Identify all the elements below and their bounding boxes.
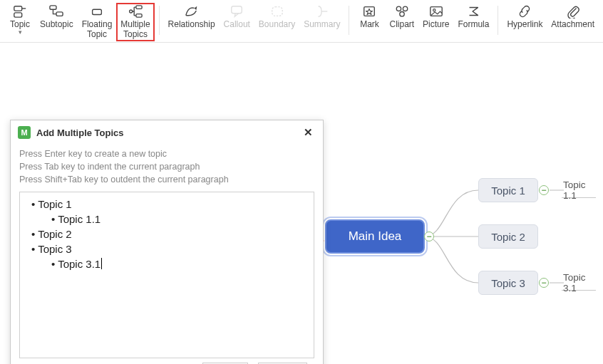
- mindmap-sub-node[interactable]: Topic 1.1: [562, 182, 596, 198]
- topics-editor[interactable]: Topic 1Topic 1.1Topic 2Topic 3Topic 3.1: [19, 192, 314, 358]
- expand-icon[interactable]: −: [539, 185, 549, 195]
- toolbar-label: Subtopic: [40, 20, 73, 30]
- expand-icon[interactable]: −: [424, 232, 434, 241]
- toolbar-separator: [498, 6, 498, 35]
- mindmap-main-node[interactable]: Main Idea: [325, 219, 425, 254]
- svg-point-17: [400, 11, 404, 16]
- toolbar-picture-button[interactable]: Picture: [418, 3, 453, 31]
- svg-rect-3: [50, 6, 56, 9]
- close-icon[interactable]: ✕: [301, 126, 316, 139]
- app-icon: M: [18, 126, 31, 139]
- toolbar-separator: [349, 6, 349, 35]
- toolbar-label: Boundary: [259, 20, 295, 30]
- hint-text: Press Enter key to create a new topic: [19, 149, 314, 159]
- toolbar-summary-button: Summary: [299, 3, 344, 31]
- canvas[interactable]: Main Idea − Topic 1−Topic 1.1Topic 2Topi…: [0, 43, 603, 364]
- toolbar-label: Attachment: [551, 20, 594, 30]
- svg-rect-13: [364, 7, 375, 16]
- svg-point-16: [403, 6, 407, 11]
- dialog-titlebar: M Add Multiple Topics ✕: [11, 120, 323, 145]
- toolbar-multiple-topics-button[interactable]: Multiple Topics: [116, 3, 154, 41]
- toolbar-clipart-button[interactable]: Clipart: [385, 3, 418, 31]
- toolbar-label: Multiple Topics: [120, 20, 150, 40]
- svg-rect-4: [56, 12, 63, 16]
- toolbar-attachment-button[interactable]: Attachment: [547, 3, 599, 31]
- svg-rect-11: [272, 7, 282, 16]
- toolbar-label: Callout: [224, 20, 250, 30]
- toolbar-topic-button[interactable]: Topic▾: [4, 3, 36, 37]
- toolbar-boundary-button: Boundary: [254, 3, 299, 31]
- toolbar-label: Hyperlink: [507, 20, 542, 30]
- dialog-title-text: Add Multiple Topics: [36, 128, 124, 138]
- mindmap-topic-node[interactable]: Topic 3: [478, 271, 538, 295]
- svg-marker-9: [194, 6, 197, 10]
- mindmap-sub-node[interactable]: Topic 3.1: [562, 275, 596, 291]
- mindmap[interactable]: Main Idea − Topic 1−Topic 1.1Topic 2Topi…: [325, 178, 596, 321]
- mindmap-topic-node[interactable]: Topic 1: [478, 178, 538, 202]
- toolbar-label: Floating Topic: [82, 20, 113, 40]
- editor-line[interactable]: Topic 3.1: [51, 256, 306, 271]
- expand-icon[interactable]: −: [539, 278, 549, 288]
- hint-text: Press Tab key to indent the current para…: [19, 162, 314, 172]
- toolbar-hyperlink-button[interactable]: Hyperlink: [502, 3, 547, 31]
- editor-line[interactable]: Topic 1: [31, 197, 306, 212]
- hint-text: Press Shift+Tab key to outdent the curre…: [19, 175, 314, 184]
- mindmap-topic-node[interactable]: Topic 2: [478, 224, 538, 249]
- toolbar-label: Mark: [360, 20, 379, 30]
- toolbar-formula-button[interactable]: Formula: [453, 3, 493, 31]
- dialog-body: Press Enter key to create a new topic Pr…: [11, 145, 323, 364]
- toolbar-label: Summary: [304, 20, 340, 30]
- toolbar-separator: [159, 6, 160, 35]
- editor-line[interactable]: Topic 2: [31, 227, 306, 241]
- svg-rect-7: [136, 6, 142, 9]
- svg-rect-0: [14, 6, 22, 11]
- editor-line[interactable]: Topic 1.1: [51, 212, 306, 227]
- svg-rect-8: [136, 14, 142, 18]
- toolbar-label: Relationship: [168, 20, 215, 30]
- chevron-down-icon: ▾: [19, 28, 22, 36]
- editor-line[interactable]: Topic 3: [31, 241, 306, 256]
- toolbar-label: Clipart: [389, 20, 414, 30]
- toolbar: Topic▾SubtopicFloating TopicMultiple Top…: [0, 0, 603, 43]
- toolbar-callout-button: Callout: [220, 3, 254, 31]
- toolbar-mark-button[interactable]: Mark: [354, 3, 385, 31]
- toolbar-subtopic-button[interactable]: Subtopic: [36, 3, 78, 31]
- toolbar-floating-topic-button[interactable]: Floating Topic: [78, 3, 117, 41]
- toolbar-label: Formula: [458, 20, 489, 30]
- add-multiple-topics-dialog: M Add Multiple Topics ✕ Press Enter key …: [10, 120, 324, 364]
- svg-point-19: [433, 9, 435, 11]
- svg-marker-14: [366, 9, 373, 14]
- toolbar-relationship-button[interactable]: Relationship: [164, 3, 220, 31]
- svg-point-15: [396, 6, 401, 11]
- svg-rect-2: [14, 13, 22, 17]
- text-caret: [101, 258, 102, 269]
- svg-rect-10: [232, 6, 242, 14]
- svg-rect-5: [93, 9, 102, 14]
- dialog-footer: (Ctrl+Enter) OK Cancel: [19, 358, 314, 364]
- svg-point-6: [130, 10, 133, 13]
- toolbar-label: Picture: [423, 20, 449, 30]
